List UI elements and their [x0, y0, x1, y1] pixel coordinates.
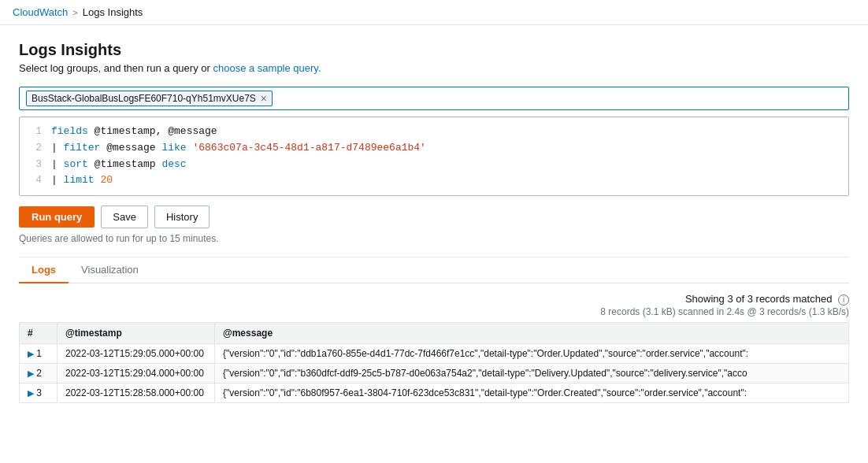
results-summary: Showing 3 of 3 records matched i 8 recor…: [19, 293, 849, 317]
row-timestamp-1: 2022-03-12T15:29:05.000+00:00: [57, 343, 215, 363]
page-subtitle: Select log groups, and then run a query …: [19, 62, 849, 74]
breadcrumb-cloudwatch[interactable]: CloudWatch: [13, 6, 68, 18]
row-num-1: 1: [36, 348, 42, 359]
row-expand-icon-1[interactable]: ▶: [28, 349, 34, 358]
tab-visualization[interactable]: Visualization: [69, 257, 151, 283]
row-timestamp-2: 2022-03-12T15:29:04.000+00:00: [57, 363, 215, 383]
records-matched: Showing 3 of 3 records matched: [685, 293, 832, 305]
query-editor[interactable]: 1 fields @timestamp, @message 2 | filter…: [19, 117, 849, 196]
row-timestamp-3: 2022-03-12T15:28:58.000+00:00: [57, 383, 215, 402]
action-buttons-row: Run query Save History: [19, 206, 849, 228]
scan-info: 8 records (3.1 kB) scanned in 2.4s @ 3 r…: [600, 306, 849, 317]
row-message-2: {"version":"0","id":"b360dfcf-ddf9-25c5-…: [215, 363, 849, 383]
query-text-4: | limit 20: [51, 172, 113, 189]
table-row: ▶ 1 2022-03-12T15:29:05.000+00:00 {"vers…: [20, 343, 849, 363]
table-row: ▶ 3 2022-03-12T15:28:58.000+00:00 {"vers…: [20, 383, 849, 402]
query-text-3: | sort @timestamp desc: [51, 157, 187, 173]
main-content: Logs Insights Select log groups, and the…: [0, 25, 868, 463]
query-line-4: 4 | limit 20: [29, 172, 839, 189]
page-title: Logs Insights: [19, 41, 849, 59]
history-button[interactable]: History: [154, 206, 210, 228]
tabs-bar: Logs Visualization: [19, 257, 849, 283]
col-header-hash: #: [20, 322, 57, 343]
query-text-2: | filter @message like '6863c07a-3c45-48…: [51, 140, 426, 157]
tab-logs[interactable]: Logs: [19, 257, 69, 283]
row-num-3: 3: [36, 387, 42, 398]
save-button[interactable]: Save: [101, 206, 148, 228]
info-icon[interactable]: i: [838, 294, 849, 306]
sample-query-link[interactable]: choose a sample query.: [213, 62, 321, 74]
col-header-message: @message: [215, 322, 849, 343]
query-line-2: 2 | filter @message like '6863c07a-3c45-…: [29, 140, 839, 157]
log-group-tags-container: BusStack-GlobalBusLogsFE60F710-qYh51mvXU…: [19, 87, 849, 110]
col-header-timestamp: @timestamp: [57, 322, 215, 343]
line-number-2: 2: [29, 140, 42, 157]
row-expand-icon-3[interactable]: ▶: [28, 388, 34, 398]
row-num-2: 2: [36, 368, 42, 379]
query-line-1: 1 fields @timestamp, @message: [29, 124, 839, 140]
log-group-tag-label: BusStack-GlobalBusLogsFE60F710-qYh51mvXU…: [32, 93, 256, 104]
run-query-button[interactable]: Run query: [19, 206, 95, 228]
line-number-1: 1: [29, 124, 42, 140]
query-text-1: fields @timestamp, @message: [51, 124, 217, 140]
breadcrumb-bar: CloudWatch > Logs Insights: [0, 0, 868, 25]
row-expand-icon-2[interactable]: ▶: [28, 369, 34, 378]
line-number-4: 4: [29, 172, 42, 189]
line-number-3: 3: [29, 157, 42, 173]
remove-tag-button[interactable]: ×: [261, 93, 267, 104]
table-row: ▶ 2 2022-03-12T15:29:04.000+00:00 {"vers…: [20, 363, 849, 383]
breadcrumb-separator: >: [72, 8, 77, 17]
results-table: # @timestamp @message ▶ 1 2022-03-12T15:…: [19, 322, 849, 403]
query-line-3: 3 | sort @timestamp desc: [29, 157, 839, 173]
row-message-3: {"version":"0","id":"6b80f957-6ea1-3804-…: [215, 383, 849, 402]
row-message-1: {"version":"0","id":"ddb1a760-855e-d4d1-…: [215, 343, 849, 363]
log-group-tag: BusStack-GlobalBusLogsFE60F710-qYh51mvXU…: [26, 91, 273, 106]
breadcrumb-current: Logs Insights: [83, 6, 143, 18]
query-note: Queries are allowed to run for up to 15 …: [19, 233, 849, 244]
